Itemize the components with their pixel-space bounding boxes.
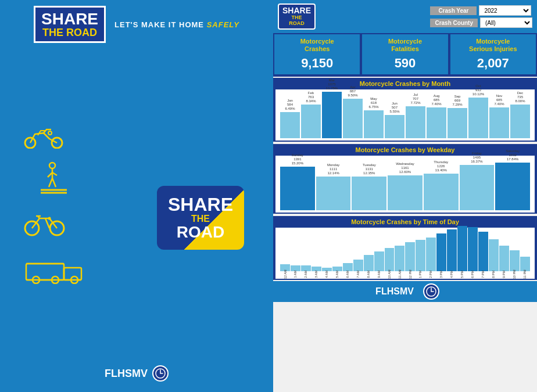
tod-bar-label-bottom: 1 PM bbox=[419, 271, 423, 278]
monthly-bar-group: Sep6697.29% bbox=[448, 95, 467, 138]
bicycle-icon bbox=[23, 208, 67, 240]
tod-bar-group: 6 PM bbox=[468, 227, 478, 276]
weekday-bar-group: Monday111112.14% bbox=[316, 163, 351, 210]
monthly-bar-label-top: Dec7358.00% bbox=[515, 91, 525, 104]
monthly-bar-group: Jun5075.55% bbox=[385, 102, 404, 138]
monthly-bar-label-top: Jan5846.49% bbox=[285, 99, 295, 112]
tod-bar-label-bottom: 11 PM bbox=[523, 269, 527, 279]
monthly-bar-group: Nov6857.40% bbox=[489, 94, 509, 138]
tod-bar-label-bottom: 7 AM bbox=[356, 271, 360, 278]
tod-bar-group: 7 PM bbox=[478, 232, 488, 276]
weekday-bar-group: Tuesday113112.35% bbox=[352, 163, 386, 210]
tod-bar-group: 5 AM bbox=[332, 267, 342, 276]
monthly-bar bbox=[301, 105, 321, 138]
tod-bar-label-bottom: 11 AM bbox=[398, 269, 402, 279]
tod-bar-group: 1 AM bbox=[291, 265, 300, 276]
monthly-chart-section: Motorcycle Crashes by Month Jan5846.49% … bbox=[273, 78, 537, 142]
svg-point-16 bbox=[48, 217, 51, 220]
header-logo-road: ROAD bbox=[289, 21, 305, 27]
weekday-bar-chart: Sunday139115.20% Monday111112.14% Tuesda… bbox=[278, 158, 532, 210]
tod-bar-label-bottom: 10 AM bbox=[388, 269, 392, 279]
monthly-bar-group: Mar107511.75% bbox=[322, 78, 342, 138]
monthly-bar-label-top: Sep6697.29% bbox=[452, 95, 462, 107]
monthly-chart-area: Jan5846.49% Feb7638.34% Mar107511.75% Ap… bbox=[275, 89, 535, 141]
monthly-bar-group: Jan5846.49% bbox=[280, 99, 300, 138]
tod-bar-label-bottom: 6 AM bbox=[346, 271, 350, 278]
tod-bar bbox=[405, 242, 415, 271]
tod-bar bbox=[374, 251, 384, 271]
right-footer: FLHSMV bbox=[273, 281, 537, 302]
tod-bar-group: 4 PM bbox=[447, 229, 457, 276]
monthly-bar-label-top: Feb7638.34% bbox=[306, 91, 316, 104]
tod-bar-label-bottom: 3 AM bbox=[314, 271, 318, 278]
tod-bar bbox=[353, 260, 363, 271]
weekday-bar-group: Sunday139115.20% bbox=[280, 153, 315, 210]
monthly-bar-group: Jul7077.72% bbox=[406, 93, 425, 138]
county-filter-select[interactable]: (All) bbox=[480, 17, 532, 28]
filters-area: Crash Year 2022 Crash County (All) bbox=[430, 5, 532, 28]
header-share-road-logo: SHARE THE ROAD bbox=[278, 3, 316, 30]
flhsmv-left-logo bbox=[152, 365, 169, 382]
monthly-bar-group: Apr8879.50% bbox=[343, 85, 363, 138]
year-filter-row: Crash Year 2022 bbox=[430, 5, 532, 16]
monthly-bar-label-top: Jun5075.55% bbox=[389, 102, 399, 114]
weekday-bar-group: Saturday163217.84% bbox=[495, 149, 530, 210]
monthly-bar-group: May6186.75% bbox=[364, 97, 384, 138]
tod-bar bbox=[364, 255, 374, 271]
tod-bar-label-bottom: 12 AM bbox=[283, 269, 287, 279]
center-big-logo: SHARE THE ROAD bbox=[157, 186, 244, 250]
weekday-bar-label-top: Thursday122613.40% bbox=[434, 160, 448, 173]
tod-bar-label-bottom: 5 PM bbox=[460, 271, 464, 278]
monthly-bar bbox=[406, 106, 425, 138]
motorcycle-icon bbox=[23, 123, 64, 152]
kpi-fatalities: MotorcycleFatalities 590 bbox=[361, 33, 449, 75]
tagline-text: LET'S MAKE IT HOME SAFELY bbox=[114, 20, 239, 29]
truck-icon bbox=[23, 255, 87, 287]
svg-line-13 bbox=[45, 218, 49, 228]
tod-bar bbox=[426, 238, 436, 271]
tod-bar-label-bottom: 4 PM bbox=[450, 271, 454, 278]
tod-bar-label-bottom: 3 PM bbox=[439, 271, 443, 278]
kpi-injuries-label: MotorcycleSerious Injuries bbox=[453, 38, 534, 53]
svg-point-3 bbox=[49, 163, 55, 168]
tod-bar-label-bottom: 8 PM bbox=[492, 271, 496, 278]
header-logo-share: SHARE bbox=[282, 6, 311, 15]
weekday-bar bbox=[460, 165, 495, 210]
tod-bar-label-bottom: 2 PM bbox=[429, 271, 434, 278]
monthly-bar-label-top: Jul7077.72% bbox=[410, 93, 420, 106]
tod-bar-group: 8 PM bbox=[489, 239, 499, 276]
share-the-road-logo-left: SHARE THE ROAD bbox=[34, 6, 106, 43]
kpi-fatalities-value: 590 bbox=[364, 56, 445, 71]
monthly-bar-group: Aug6857.40% bbox=[427, 94, 446, 138]
weekday-bar-label-top: Friday149516.37% bbox=[471, 152, 482, 164]
monthly-chart-title: Motorcycle Crashes by Month bbox=[275, 79, 535, 89]
tod-bar-group: 2 AM bbox=[301, 265, 311, 276]
left-footer: FLHSMV bbox=[105, 361, 169, 386]
tod-bar-label-bottom: 6 PM bbox=[471, 271, 475, 278]
county-filter-row: Crash County (All) bbox=[430, 17, 532, 28]
weekday-bar bbox=[495, 163, 530, 210]
tod-chart-area: 12 AM 1 AM 2 AM 3 AM 4 AM 5 AM 6 AM 7 AM… bbox=[275, 228, 535, 279]
tod-bar-label-bottom: 1 AM bbox=[293, 271, 298, 278]
tagline-emphasis: SAFELY bbox=[207, 20, 239, 29]
kpi-fatalities-label: MotorcycleFatalities bbox=[364, 38, 445, 53]
tod-bar bbox=[436, 233, 446, 271]
weekday-bar-group: Friday149516.37% bbox=[460, 152, 495, 210]
tod-bar-group: 9 PM bbox=[499, 246, 509, 276]
monthly-bar-label-top: Oct93210.12% bbox=[472, 84, 484, 97]
weekday-bar-group: Thursday122613.40% bbox=[424, 160, 459, 210]
year-filter-select[interactable]: 2022 bbox=[479, 5, 531, 16]
tod-bar-label-bottom: 5 AM bbox=[335, 271, 339, 278]
weekday-bar-label-top: Wednesday116112.60% bbox=[396, 162, 414, 175]
county-filter-label: Crash County bbox=[430, 19, 478, 27]
svg-line-7 bbox=[49, 178, 52, 187]
flhsmv-right-logo bbox=[423, 283, 439, 300]
right-header: SHARE THE ROAD Crash Year 2022 Crash Cou… bbox=[273, 0, 537, 33]
weekday-bar bbox=[388, 175, 423, 210]
monthly-bar-group: Oct93210.12% bbox=[468, 84, 488, 138]
weekday-bar bbox=[424, 174, 459, 210]
monthly-bar bbox=[489, 107, 509, 138]
tod-bar bbox=[489, 239, 499, 271]
tod-bar bbox=[520, 257, 530, 271]
tod-bar bbox=[395, 246, 404, 271]
